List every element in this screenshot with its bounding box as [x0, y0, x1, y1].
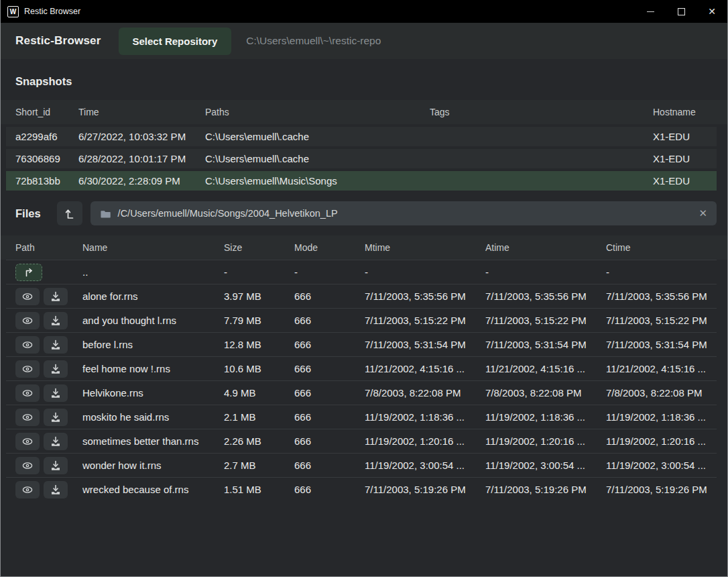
download-file-button[interactable]	[44, 409, 68, 426]
file-mtime: 7/11/2003, 5:19:26 PM	[365, 484, 485, 495]
select-repository-button[interactable]: Select Repository	[119, 28, 232, 55]
parent-row-name: ..	[82, 266, 224, 278]
file-size: 3.97 MB	[224, 291, 294, 302]
eye-icon	[21, 362, 34, 376]
file-size: 2.26 MB	[224, 435, 294, 447]
snapshot-row[interactable]: 76306869 6/28/2022, 10:01:17 PM C:\Users…	[6, 149, 717, 168]
file-size: 2.7 MB	[224, 460, 294, 471]
download-file-button[interactable]	[44, 360, 68, 378]
file-row: feel home now !.rns 10.6 MB 666 11/21/20…	[6, 356, 717, 380]
download-file-button[interactable]	[44, 481, 68, 499]
preview-file-button[interactable]	[15, 336, 40, 354]
file-name: before l.rns	[82, 339, 224, 350]
file-mtime: 7/11/2003, 5:35:56 PM	[365, 291, 485, 302]
preview-file-button[interactable]	[15, 409, 40, 426]
app-logo-icon: W	[7, 6, 19, 17]
window-controls: ✕	[635, 0, 727, 23]
file-row: wrecked because of.rns 1.51 MB 666 7/11/…	[6, 477, 717, 501]
files-bar: Files /C/Users/emuell/Music/Songs/2004_H…	[15, 201, 717, 225]
download-file-button[interactable]	[44, 312, 68, 329]
preview-file-button[interactable]	[15, 457, 40, 474]
file-mode: 666	[294, 315, 365, 326]
file-name: feel home now !.rns	[82, 363, 224, 374]
file-ctime: 7/11/2003, 5:35:56 PM	[606, 291, 717, 302]
file-atime: 11/21/2002, 4:15:16 ...	[485, 363, 606, 374]
file-mode: 666	[294, 387, 365, 399]
col-mtime: Mtime	[365, 242, 485, 253]
parent-row-atime: -	[485, 266, 606, 278]
file-size: 4.9 MB	[224, 387, 294, 399]
parent-row-mode: -	[294, 266, 365, 278]
file-ctime: 11/21/2002, 4:15:16 ...	[606, 363, 717, 374]
snapshot-time: 6/27/2022, 10:03:32 PM	[78, 131, 205, 142]
file-ctime: 11/19/2002, 1:20:16 ...	[606, 435, 717, 447]
preview-file-button[interactable]	[15, 312, 40, 329]
file-name: and you thought l.rns	[82, 315, 224, 326]
file-name: alone for.rns	[82, 291, 224, 302]
preview-file-button[interactable]	[15, 433, 40, 450]
download-icon	[49, 314, 62, 327]
col-path: Path	[15, 242, 82, 253]
eye-icon	[21, 386, 34, 400]
file-name: Helvikone.rns	[82, 387, 224, 399]
file-mode: 666	[294, 411, 365, 423]
preview-file-button[interactable]	[15, 360, 40, 378]
snapshot-time: 6/28/2022, 10:01:17 PM	[78, 153, 205, 164]
download-file-button[interactable]	[44, 336, 68, 354]
download-icon	[49, 483, 62, 496]
file-atime: 7/11/2003, 5:15:22 PM	[485, 315, 606, 326]
open-root-button[interactable]	[57, 201, 82, 225]
clear-path-button[interactable]: ✕	[699, 207, 707, 219]
download-file-button[interactable]	[44, 384, 68, 402]
download-file-button[interactable]	[44, 433, 68, 450]
maximize-button[interactable]	[666, 0, 696, 23]
files-heading: Files	[15, 207, 41, 220]
eye-icon	[21, 290, 34, 303]
minimize-button[interactable]	[635, 0, 666, 23]
arrow-up-from-line-icon	[63, 207, 76, 220]
eye-icon	[21, 411, 34, 424]
col-time: Time	[78, 107, 205, 117]
file-size: 2.1 MB	[224, 411, 294, 423]
col-short-id: Short_id	[15, 107, 78, 117]
download-file-button[interactable]	[44, 288, 68, 305]
download-icon	[49, 411, 62, 424]
app-title: Restic-Browser	[15, 34, 101, 48]
col-tags: Tags	[430, 107, 653, 117]
app-window: W Restic Browser ✕ Restic-Browser Select…	[0, 0, 728, 577]
file-atime: 7/11/2003, 5:31:54 PM	[485, 339, 606, 350]
go-parent-directory-button[interactable]	[15, 264, 42, 281]
col-paths: Paths	[205, 107, 430, 117]
close-button[interactable]: ✕	[696, 0, 727, 23]
eye-icon	[21, 483, 34, 496]
snapshot-row[interactable]: a2299af6 6/27/2022, 10:03:32 PM C:\Users…	[6, 127, 717, 146]
path-breadcrumb-bar[interactable]: /C/Users/emuell/Music/Songs/2004_Helveti…	[90, 201, 717, 225]
preview-file-button[interactable]	[15, 384, 40, 402]
col-size: Size	[224, 242, 294, 253]
parent-row-mtime: -	[365, 266, 485, 278]
files-table-header: Path Name Size Mode Mtime Atime Ctime	[1, 235, 727, 260]
titlebar: W Restic Browser ✕	[1, 0, 727, 23]
snapshot-paths: C:\Users\emuell\.cache	[205, 131, 430, 142]
window-title: Restic Browser	[24, 7, 80, 16]
download-file-button[interactable]	[44, 457, 68, 474]
file-mode: 666	[294, 460, 365, 471]
file-ctime: 7/8/2003, 8:22:08 PM	[606, 387, 717, 399]
file-mtime: 7/11/2003, 5:31:54 PM	[365, 339, 485, 350]
preview-file-button[interactable]	[15, 481, 40, 499]
download-icon	[49, 290, 62, 303]
clear-icon: ✕	[699, 207, 707, 219]
file-mtime: 11/19/2002, 1:18:36 ...	[365, 411, 485, 423]
files-rows: alone for.rns 3.97 MB 666 7/11/2003, 5:3…	[1, 284, 727, 501]
maximize-icon	[678, 8, 685, 15]
preview-file-button[interactable]	[15, 288, 40, 305]
file-row: Helvikone.rns 4.9 MB 666 7/8/2003, 8:22:…	[6, 380, 717, 405]
col-atime: Atime	[485, 242, 606, 253]
current-path: /C/Users/emuell/Music/Songs/2004_Helveti…	[118, 208, 338, 219]
file-size: 12.8 MB	[224, 339, 294, 350]
eye-icon	[21, 314, 34, 327]
file-name: sometimes better than.rns	[82, 435, 224, 447]
snapshot-row[interactable]: 72b813bb 6/30/2022, 2:28:09 PM C:\Users\…	[6, 171, 717, 191]
file-mtime: 7/11/2003, 5:15:22 PM	[365, 315, 485, 326]
snapshot-paths: C:\Users\emuell\Music\Songs	[205, 175, 430, 187]
